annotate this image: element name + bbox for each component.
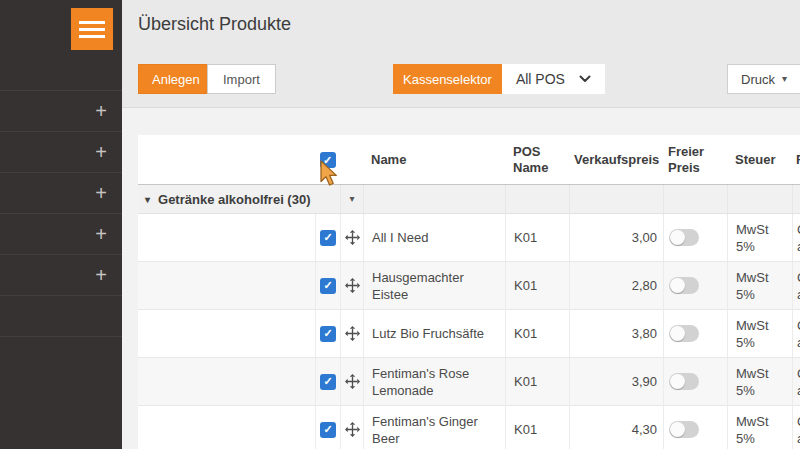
row-checkbox[interactable]: ✓ <box>320 230 336 246</box>
price-value: 3,80 <box>569 310 663 357</box>
pos-name: K01 <box>505 310 569 357</box>
print-button-group: Druck ▾ <box>727 64 800 94</box>
product-name: All I Need <box>363 214 505 261</box>
pos-name: K01 <box>505 406 569 449</box>
price-value: 3,00 <box>569 214 663 261</box>
tax-value: MwSt 5% <box>727 214 792 261</box>
main-content: Übersicht Produkte Anlegen Import Kassen… <box>122 0 800 449</box>
caret-down-icon: ▾ <box>782 74 787 84</box>
table-row: ✓ Fentiman's Ginger Beer K01 4,30 <box>138 406 800 449</box>
pos-name: K01 <box>505 262 569 309</box>
table-header-row: ✓ Name POS Name Verkaufspreis Freier Pre… <box>138 135 800 185</box>
toolbar: Übersicht Produkte Anlegen Import Kassen… <box>122 0 800 108</box>
free-price-toggle[interactable] <box>669 277 699 294</box>
plus-icon[interactable]: + <box>95 224 107 244</box>
collapse-caret-icon[interactable]: ▾ <box>145 194 150 205</box>
category-group-row[interactable]: ▾ Getränke alkoholfrei (30) ▾ <box>138 185 800 214</box>
sidebar-item[interactable] <box>0 296 122 337</box>
sidebar-item[interactable]: + <box>0 132 122 173</box>
row-checkbox[interactable]: ✓ <box>320 326 336 342</box>
table-row: ✓ Hausgemachter Eistee K01 2,80 <box>138 262 800 310</box>
sidebar-item[interactable]: + <box>0 214 122 255</box>
clipped-cell: G a <box>792 310 800 357</box>
tax-value: MwSt 5% <box>727 406 792 449</box>
tax-value: MwSt 5% <box>727 358 792 405</box>
check-icon: ✓ <box>323 423 332 436</box>
drag-move-icon[interactable] <box>345 326 360 341</box>
clipped-cell: G a <box>792 214 800 261</box>
row-checkbox[interactable]: ✓ <box>320 278 336 294</box>
pos-select-dropdown[interactable]: All POS <box>502 64 605 94</box>
check-icon: ✓ <box>323 231 332 244</box>
import-button[interactable]: Import <box>207 64 276 94</box>
table-row: ✓ All I Need K01 3,00 <box>138 214 800 262</box>
column-header-clipped: F <box>792 135 800 184</box>
kassenselektor-control: Kassenselektor All POS <box>393 64 605 94</box>
tax-value: MwSt 5% <box>727 310 792 357</box>
row-checkbox[interactable]: ✓ <box>320 374 336 390</box>
product-name: Hausgemachter Eistee <box>363 262 505 309</box>
check-icon: ✓ <box>323 375 332 388</box>
druck-button[interactable]: Druck ▾ <box>728 65 800 93</box>
import-button-label: Import <box>223 72 260 87</box>
select-all-checkbox[interactable]: ✓ <box>320 152 336 168</box>
plus-icon[interactable]: + <box>95 142 107 162</box>
pos-name: K01 <box>505 214 569 261</box>
sidebar-item[interactable]: + <box>0 173 122 214</box>
row-checkbox[interactable]: ✓ <box>320 422 336 438</box>
page-title: Übersicht Produkte <box>138 14 291 35</box>
column-header-verkaufspreis: Verkaufspreis <box>569 135 663 184</box>
clipped-cell: G a <box>792 262 800 309</box>
price-value: 4,30 <box>569 406 663 449</box>
check-icon: ✓ <box>323 152 332 168</box>
sidebar-item[interactable]: + <box>0 91 122 132</box>
products-table: ✓ Name POS Name Verkaufspreis Freier Pre… <box>138 135 800 449</box>
free-price-toggle[interactable] <box>669 373 699 390</box>
product-name: Fentiman's Rose Lemonade <box>363 358 505 405</box>
drag-move-icon[interactable] <box>345 230 360 245</box>
column-header-steuer: Steuer <box>727 135 792 184</box>
column-header-freier-preis: Freier Preis <box>663 135 727 184</box>
sidebar-item[interactable]: + <box>0 255 122 296</box>
sidebar-menu: + + + + + <box>0 90 122 337</box>
price-value: 3,90 <box>569 358 663 405</box>
table-row: ✓ Fentiman's Rose Lemonade K01 3,90 <box>138 358 800 406</box>
pos-select-value: All POS <box>516 71 565 87</box>
column-header-pos-name: POS Name <box>505 135 569 184</box>
free-price-toggle[interactable] <box>669 421 699 438</box>
clipped-cell: G a <box>792 406 800 449</box>
druck-button-label: Druck <box>741 72 775 87</box>
product-name: Fentiman's Ginger Beer <box>363 406 505 449</box>
pos-name: K01 <box>505 358 569 405</box>
kassenselektor-label: Kassenselektor <box>393 64 502 94</box>
check-icon: ✓ <box>323 327 332 340</box>
chevron-down-icon <box>579 75 591 83</box>
plus-icon[interactable]: + <box>95 101 107 121</box>
table-row: ✓ Lutz Bio Fruchsäfte K01 3,80 <box>138 310 800 358</box>
drag-move-icon[interactable] <box>345 422 360 437</box>
table-body: ✓ All I Need K01 3,00 <box>138 214 800 449</box>
sidebar: + + + + + <box>0 0 122 449</box>
clipped-cell: G a <box>792 358 800 405</box>
column-header-name: Name <box>363 135 505 184</box>
anlegen-button[interactable]: Anlegen <box>138 64 214 94</box>
category-group-label: Getränke alkoholfrei (30) <box>158 192 310 207</box>
free-price-toggle[interactable] <box>669 229 699 246</box>
check-icon: ✓ <box>323 279 332 292</box>
plus-icon[interactable]: + <box>95 265 107 285</box>
drag-move-icon[interactable] <box>345 374 360 389</box>
product-name: Lutz Bio Fruchsäfte <box>363 310 505 357</box>
group-dropdown-caret-icon[interactable]: ▾ <box>349 194 354 204</box>
anlegen-button-label: Anlegen <box>152 72 200 87</box>
plus-icon[interactable]: + <box>95 183 107 203</box>
drag-move-icon[interactable] <box>345 278 360 293</box>
tax-value: MwSt 5% <box>727 262 792 309</box>
free-price-toggle[interactable] <box>669 325 699 342</box>
hamburger-icon <box>79 21 105 24</box>
hamburger-menu-button[interactable] <box>71 8 113 50</box>
price-value: 2,80 <box>569 262 663 309</box>
